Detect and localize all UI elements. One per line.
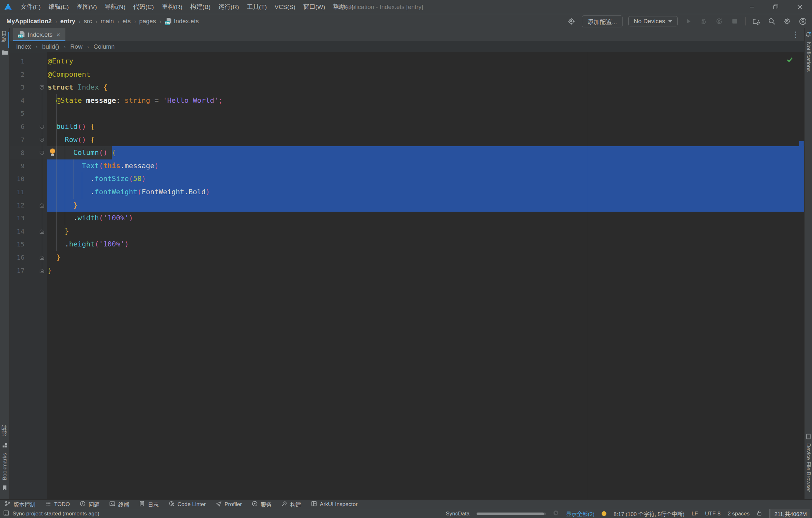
code-line[interactable]: @Entry xyxy=(48,55,804,68)
editor-breadcrumb-item[interactable]: Index xyxy=(16,43,31,50)
account-avatar-icon[interactable] xyxy=(798,16,808,26)
tool-window-button-日志[interactable]: 日志 xyxy=(139,500,159,508)
project-breadcrumb-item[interactable]: pages xyxy=(139,18,156,25)
scrollbar-selection-marker[interactable] xyxy=(799,141,804,188)
code-editor[interactable]: 1234567891011121314151617 @Entry@Compone… xyxy=(10,52,804,499)
line-ending-indicator[interactable]: LF xyxy=(692,511,698,517)
tool-window-button-profiler[interactable]: Profiler xyxy=(215,500,242,508)
cancel-sync-icon[interactable] xyxy=(553,510,559,517)
tool-window-button-问题[interactable]: 问题 xyxy=(80,500,99,508)
editor-breadcrumb-item[interactable]: Column xyxy=(93,43,114,50)
menu-item[interactable]: 运行(R) xyxy=(214,0,243,14)
project-breadcrumb-item[interactable]: ets xyxy=(122,18,130,25)
notifications-bell-icon[interactable] xyxy=(805,32,812,38)
tool-window-bookmarks[interactable]: Bookmarks xyxy=(0,453,9,480)
settings-gear-icon[interactable] xyxy=(782,16,792,26)
tool-window-project[interactable]: 项目 xyxy=(0,31,9,42)
menu-item[interactable]: 文件(F) xyxy=(17,0,45,14)
tool-window-device-file-browser[interactable]: Device File Browser xyxy=(805,443,812,492)
code-line[interactable]: .fontWeight(FontWeight.Bold) xyxy=(48,186,804,199)
code-line[interactable]: .width('100%') xyxy=(48,212,804,225)
fold-marker-icon[interactable] xyxy=(40,85,44,90)
code-line[interactable]: @State message: string = 'Hello World'; xyxy=(48,94,804,107)
code-line[interactable]: @Component xyxy=(48,68,804,81)
code-line[interactable]: } xyxy=(48,251,804,264)
memory-indicator[interactable]: 211,共4062M xyxy=(769,509,810,518)
tool-window-button-arkui-inspector[interactable]: ArkUI Inspector xyxy=(311,500,358,508)
fold-marker-icon[interactable] xyxy=(40,151,44,155)
close-tab-icon[interactable]: × xyxy=(56,31,61,38)
tab-index-ets[interactable]: ETS Index.ets × xyxy=(13,28,65,41)
caret-position[interactable]: 8:17 (100 个字符, 5行个中断) xyxy=(613,510,685,518)
code-line[interactable]: build() { xyxy=(48,120,804,133)
encoding-indicator[interactable]: UTF-8 xyxy=(705,511,721,517)
code-line[interactable]: struct Index { xyxy=(48,81,804,94)
project-breadcrumb-item[interactable]: src xyxy=(84,18,92,25)
tool-window-button-版本控制[interactable]: 版本控制 xyxy=(4,500,35,508)
device-selector-dropdown[interactable]: No Devices xyxy=(628,16,678,26)
run-button[interactable] xyxy=(684,16,693,26)
tool-window-button-终端[interactable]: 终端 xyxy=(109,500,129,508)
minimize-button[interactable] xyxy=(745,1,759,13)
menu-item[interactable]: 导航(N) xyxy=(101,0,129,14)
project-breadcrumb-item[interactable]: main xyxy=(100,18,114,25)
tool-window-toggle-icon[interactable] xyxy=(3,510,9,518)
restore-button[interactable] xyxy=(769,1,783,13)
close-window-button[interactable] xyxy=(793,1,807,13)
debug-restart-button[interactable] xyxy=(714,16,724,26)
device-target-icon[interactable] xyxy=(567,16,576,26)
add-configuration-button[interactable]: 添加配置... xyxy=(582,16,622,27)
code-line[interactable]: Row() { xyxy=(48,133,804,147)
inspection-status-dot[interactable] xyxy=(602,511,606,516)
attach-profiler-icon[interactable] xyxy=(751,16,761,26)
indent-indicator[interactable]: 2 spaces xyxy=(728,511,750,517)
tab-options-icon[interactable]: ⋮ xyxy=(792,30,800,39)
breadcrumb-separator: › xyxy=(87,43,89,50)
project-breadcrumb-item[interactable]: ETSIndex.ets xyxy=(165,18,199,25)
code-token: . xyxy=(48,240,69,248)
menu-item[interactable]: 编辑(E) xyxy=(45,0,72,14)
code-line[interactable]: } xyxy=(48,264,804,277)
menu-item[interactable]: 重构(R) xyxy=(158,0,186,14)
menu-item[interactable]: 构建(B) xyxy=(186,0,214,14)
debug-button[interactable] xyxy=(699,16,708,26)
code-line[interactable]: Text(this.message) xyxy=(48,159,804,173)
fold-marker-icon[interactable] xyxy=(40,203,44,208)
menu-item[interactable]: VCS(S) xyxy=(271,0,299,14)
menu-item[interactable]: 视图(V) xyxy=(73,0,101,14)
code-lines[interactable]: @Entry@Componentstruct Index { @State me… xyxy=(48,55,804,277)
tool-window-button-服务[interactable]: 服务 xyxy=(252,500,272,508)
code-line[interactable]: Column() { xyxy=(48,146,804,159)
code-line[interactable]: } xyxy=(48,225,804,238)
code-line[interactable]: .height('100%') xyxy=(48,238,804,251)
tool-window-button-todo[interactable]: TODO xyxy=(45,500,70,508)
project-breadcrumb-item[interactable]: MyApplication2 xyxy=(6,18,52,25)
inspection-ok-check-icon[interactable] xyxy=(786,56,793,64)
fold-marker-icon[interactable] xyxy=(40,269,44,273)
code-token: . xyxy=(48,214,78,222)
editor-breadcrumb-item[interactable]: build() xyxy=(42,43,59,50)
fold-marker-icon[interactable] xyxy=(40,138,44,142)
intention-lightbulb-icon[interactable] xyxy=(50,149,55,157)
fold-marker-icon[interactable] xyxy=(40,230,44,234)
project-folder-icon[interactable] xyxy=(0,50,9,55)
menu-item[interactable]: 工具(T) xyxy=(243,0,271,14)
tool-window-button-code-linter[interactable]: Code Linter xyxy=(169,500,206,508)
show-all-link[interactable]: 显示全部(2) xyxy=(566,510,594,518)
code-line[interactable]: } xyxy=(48,199,804,212)
code-line[interactable]: .fontSize(50) xyxy=(48,172,804,186)
tool-window-button-构建[interactable]: 构建 xyxy=(281,500,301,508)
lock-open-icon[interactable] xyxy=(757,510,762,517)
fold-marker-icon[interactable] xyxy=(40,255,44,260)
project-breadcrumb-item[interactable]: entry xyxy=(60,18,75,25)
fold-marker-icon[interactable] xyxy=(40,125,44,129)
status-message[interactable]: Sync project started (moments ago) xyxy=(12,511,99,517)
search-everywhere-icon[interactable] xyxy=(767,16,777,26)
tool-window-structure[interactable]: 结构 xyxy=(0,425,9,436)
tool-window-notifications[interactable]: Notifications xyxy=(805,42,812,72)
menu-item[interactable]: 代码(C) xyxy=(129,0,157,14)
menu-item[interactable]: 窗口(W) xyxy=(299,0,329,14)
code-line[interactable] xyxy=(48,107,804,120)
editor-breadcrumb-item[interactable]: Row xyxy=(70,43,83,50)
stop-button[interactable] xyxy=(730,16,740,26)
